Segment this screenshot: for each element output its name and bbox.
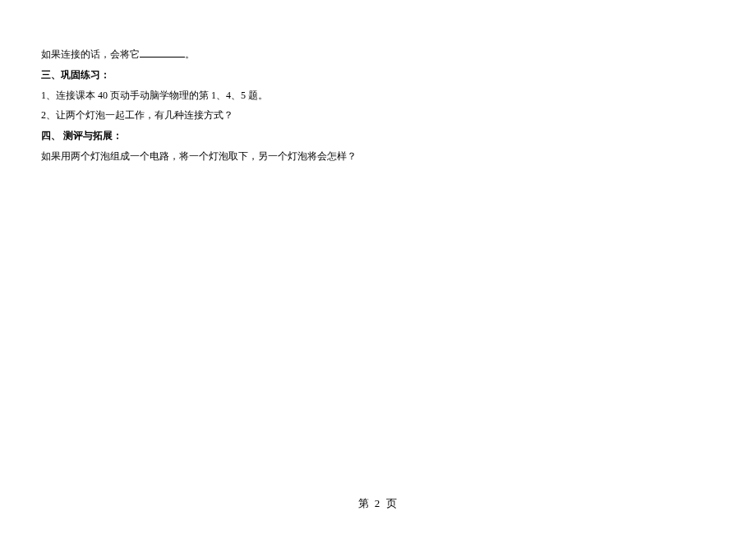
exercise-item-3-2: 2、让两个灯泡一起工作，有几种连接方式？ [41, 106, 715, 125]
section-heading-4: 四、 测评与拓展： [41, 127, 715, 145]
page-number: 第 2 页 [358, 497, 399, 509]
document-content: 如果连接的话，会将它。 三、巩固练习： 1、连接课本 40 页动手动脑学物理的第… [41, 45, 715, 166]
fill-blank [140, 48, 185, 58]
line1-text-before: 如果连接的话，会将它 [41, 48, 140, 60]
text-line: 如果连接的话，会将它。 [41, 45, 715, 64]
exercise-item-3-1: 1、连接课本 40 页动手动脑学物理的第 1、4、5 题。 [41, 86, 715, 105]
line1-text-after: 。 [185, 48, 195, 60]
section-heading-3: 三、巩固练习： [41, 66, 715, 85]
page-footer: 第 2 页 [0, 496, 756, 511]
exercise-item-4-1: 如果用两个灯泡组成一个电路，将一个灯泡取下，另一个灯泡将会怎样？ [41, 147, 715, 166]
